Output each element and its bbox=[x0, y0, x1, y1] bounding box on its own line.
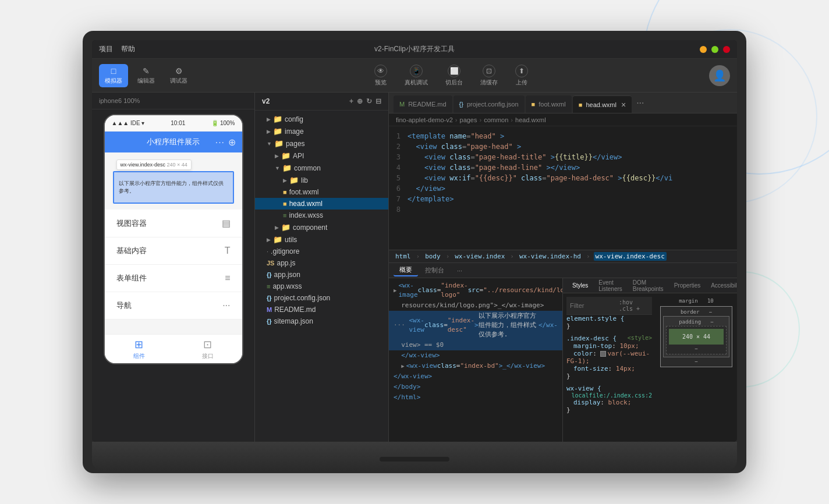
upload-action[interactable]: ⬆ 上传 bbox=[515, 65, 528, 87]
tree-item-appjson[interactable]: {} app.json bbox=[255, 269, 388, 281]
list-item-label-3: 导航 bbox=[116, 300, 132, 311]
css-prop-font: font-size bbox=[566, 365, 608, 372]
tree-item-index-wxss[interactable]: ≡ index.wxss bbox=[255, 210, 388, 221]
line-content: <view class="page-head" > bbox=[408, 141, 737, 152]
tab-console[interactable]: 控制台 bbox=[419, 265, 450, 276]
toolbar-simulator-btn[interactable]: □ 模拟器 bbox=[99, 64, 128, 87]
tree-item-lib[interactable]: ▶ 📁 lib bbox=[255, 174, 388, 186]
tab-head-label: head.wxml bbox=[586, 101, 617, 108]
dom-triangle[interactable]: ▶ bbox=[394, 286, 396, 295]
tree-item-component[interactable]: ▶ 📁 component bbox=[255, 221, 388, 233]
tree-item-common[interactable]: ▼ 📁 common bbox=[255, 162, 388, 174]
list-item-basic-content[interactable]: 基础内容 T bbox=[105, 237, 242, 265]
phone-nav-component[interactable]: ⊞ 组件 bbox=[105, 338, 173, 360]
tab-sources[interactable]: ··· bbox=[451, 266, 468, 275]
list-item-nav[interactable]: 导航 ··· bbox=[105, 292, 242, 320]
phone: ▲▲▲ IDE ▾ 10:01 🔋 100% 小程序组件展示 ··· ⊕ bbox=[104, 114, 243, 364]
phone-list: 视图容器 ▤ 基础内容 T 表单组件 ≡ bbox=[105, 210, 242, 320]
readme-tab-icon: M bbox=[399, 101, 405, 108]
elem-body[interactable]: body bbox=[423, 252, 442, 261]
tab-foot-label: foot.wxml bbox=[539, 101, 565, 108]
tab-readme[interactable]: M README.md bbox=[394, 95, 452, 113]
tree-item-project-config[interactable]: {} project.config.json bbox=[255, 292, 388, 304]
user-avatar[interactable]: 👤 bbox=[709, 65, 730, 86]
view-container-icon: ▤ bbox=[222, 218, 231, 229]
css-source[interactable]: localfile:/.index.css:2 bbox=[572, 392, 652, 399]
tree-item-gitignore[interactable]: · .gitignore bbox=[255, 246, 388, 257]
background-action[interactable]: ⬜ 切后台 bbox=[445, 65, 463, 87]
list-item-view-container[interactable]: 视图容器 ▤ bbox=[105, 210, 242, 237]
dom-line-resources: resources/kind/logo.png">_</wx-image> bbox=[389, 300, 562, 311]
css-filter-bar: :hov .cls + bbox=[566, 297, 652, 315]
minimize-button[interactable] bbox=[700, 46, 707, 53]
phone-nav-api[interactable]: ⊡ 接口 bbox=[173, 338, 242, 360]
new-folder-icon[interactable]: ⊕ bbox=[357, 97, 363, 105]
css-tab-styles[interactable]: Styles bbox=[568, 281, 593, 290]
preview-action[interactable]: 👁 预览 bbox=[374, 65, 387, 87]
tree-label: app.js bbox=[277, 259, 295, 267]
line-content: <view wx:if="{{desc}}" class="page-head-… bbox=[408, 173, 737, 183]
tree-label: index.wxss bbox=[289, 211, 323, 219]
wxml-tab-icon: ■ bbox=[532, 101, 536, 108]
line-num: 6 bbox=[389, 183, 408, 194]
tree-item-utils[interactable]: ▶ 📁 utils bbox=[255, 233, 388, 246]
toolbar-editor-btn[interactable]: ✎ 编辑器 bbox=[132, 64, 161, 87]
css-rules: :hov .cls + element.style { } bbox=[563, 293, 656, 442]
menu-project[interactable]: 项目 bbox=[99, 44, 113, 54]
maximize-button[interactable] bbox=[711, 46, 718, 53]
elem-html[interactable]: html bbox=[394, 252, 413, 261]
tree-item-head-wxml[interactable]: ■ head.wxml bbox=[255, 198, 388, 210]
app-toolbar: □ 模拟器 ✎ 编辑器 ⚙ 调试器 👁 预览 📱 bbox=[92, 59, 737, 93]
md-file-icon: M bbox=[267, 306, 272, 313]
tree-item-appwxss[interactable]: ≡ app.wxss bbox=[255, 281, 388, 292]
css-tab-access[interactable]: Accessibility bbox=[706, 281, 737, 290]
filetree-header: v2 + ⊕ ↻ ⊟ bbox=[255, 93, 388, 111]
refresh-icon[interactable]: ↻ bbox=[366, 97, 372, 105]
code-line-5: 5 <view wx:if="{{desc}}" class="page-hea… bbox=[389, 173, 737, 183]
phone-titlebar: 小程序组件展示 ··· ⊕ bbox=[105, 132, 242, 152]
tab-project-config[interactable]: {} project.config.json bbox=[454, 95, 525, 113]
dom-line-index-bd: ▶ <wx-view class="index-bd" >_</wx-view> bbox=[389, 361, 562, 371]
dom-triangle[interactable]: ▶ bbox=[401, 361, 404, 371]
list-item-form[interactable]: 表单组件 ≡ bbox=[105, 265, 242, 292]
menu-help[interactable]: 帮助 bbox=[121, 44, 135, 54]
close-button[interactable] bbox=[723, 46, 730, 53]
css-panel: Styles Event Listeners DOM Breakpoints P… bbox=[562, 278, 737, 442]
collapse-icon[interactable]: ⊟ bbox=[375, 97, 381, 105]
code-editor[interactable]: 1 <template name="head" > 2 <view bbox=[389, 126, 737, 250]
box-model: margin 10 border − padding − bbox=[656, 293, 737, 442]
tab-styles[interactable]: 概要 bbox=[394, 264, 418, 276]
tree-item-appjs[interactable]: JS app.js bbox=[255, 257, 388, 269]
css-close-brace: } bbox=[566, 322, 571, 330]
tree-item-foot-wxml[interactable]: ■ foot.wxml bbox=[255, 186, 388, 198]
device-debug-action[interactable]: 📱 真机调试 bbox=[405, 65, 428, 87]
breadcrumb-sep: › bbox=[480, 116, 482, 123]
elem-wx-view-index-desc[interactable]: wx-view.index-desc bbox=[594, 252, 667, 261]
tab-head-wxml[interactable]: ■ head.wxml × bbox=[573, 95, 632, 113]
tab-close-icon[interactable]: × bbox=[621, 100, 626, 109]
app-title: v2-FinClip小程序开发工具 bbox=[374, 44, 455, 54]
css-tab-props[interactable]: Properties bbox=[669, 281, 706, 290]
tree-item-image[interactable]: ▶ 📁 image bbox=[255, 125, 388, 137]
tree-item-sitemap[interactable]: {} sitemap.json bbox=[255, 315, 388, 327]
tab-foot-wxml[interactable]: ■ foot.wxml bbox=[526, 95, 572, 113]
tree-item-readme[interactable]: M README.md bbox=[255, 304, 388, 315]
color-swatch bbox=[600, 351, 606, 357]
css-rule-wx-view: wx-view { localfile:/.index.css:2 displa… bbox=[566, 385, 652, 414]
css-tab-dom-break[interactable]: DOM Breakpoints bbox=[628, 278, 668, 293]
bottom-content: ▶ <wx-image class="index-logo" src="../r… bbox=[389, 278, 737, 442]
tabs-more-icon[interactable]: ··· bbox=[633, 98, 647, 108]
tree-item-config[interactable]: ▶ 📁 config bbox=[255, 113, 388, 125]
css-tab-event[interactable]: Event Listeners bbox=[594, 278, 627, 293]
tab-project-config-label: project.config.json bbox=[467, 101, 519, 108]
phone-more-icon[interactable]: ··· ⊕ bbox=[215, 137, 236, 148]
new-file-icon[interactable]: + bbox=[349, 97, 353, 105]
toolbar-debugger-btn[interactable]: ⚙ 调试器 bbox=[164, 64, 193, 87]
clear-cache-action[interactable]: ⊡ 清缓存 bbox=[480, 65, 498, 87]
elem-wx-view-index-hd[interactable]: wx-view.index-hd bbox=[518, 252, 583, 261]
css-filter-input[interactable] bbox=[570, 302, 617, 309]
tree-item-api[interactable]: ▶ 📁 API bbox=[255, 150, 388, 162]
elem-wx-view-index[interactable]: wx-view.index bbox=[453, 252, 506, 261]
tree-item-pages[interactable]: ▼ 📁 pages bbox=[255, 137, 388, 150]
css-prop-color: color bbox=[566, 350, 593, 357]
